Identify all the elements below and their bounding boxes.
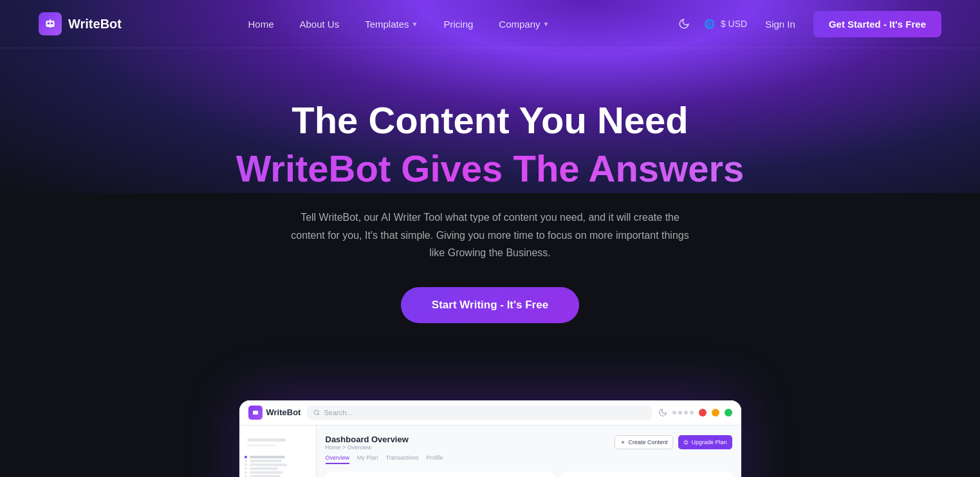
logo-icon [39,12,62,35]
sidebar-nav-item-5[interactable] [239,471,316,474]
dashboard-breadcrumb: Home > Overview [326,444,409,451]
window-controls [658,408,732,417]
dashboard-actions: Create Content Upgrade Plan [615,435,732,449]
sidebar-nav-item-3[interactable] [239,463,316,466]
tab-myplan[interactable]: My Plan [357,454,378,464]
sidebar-skeleton-2 [247,444,276,447]
tab-profile[interactable]: Profile [427,454,443,464]
dashboard-window: WriteBot Search... [239,400,741,477]
dashboard-main: Dashboard Overview Home > Overview Creat… [317,426,741,477]
dashboard-preview: WriteBot Search... [0,400,980,477]
templates-dropdown-arrow: ▼ [412,21,418,28]
tab-overview[interactable]: Overview [326,454,350,464]
search-placeholder-text: Search... [324,409,352,416]
hero-title-line2: WriteBot Gives The Answers [13,146,967,191]
window-logo-icon [248,406,263,420]
currency-display: 🌐 $ USD [703,17,747,31]
nav-about[interactable]: About Us [289,14,349,35]
dashboard-title: Dashboard Overview [326,435,409,444]
window-theme-icon [658,408,667,417]
dot3 [684,411,688,415]
hero-subtitle: Tell WriteBot, our AI Writer Tool what t… [291,209,690,261]
sidebar-nav-item-4[interactable] [239,467,316,470]
svg-rect-0 [46,21,54,27]
create-content-btn[interactable]: Create Content [615,435,673,449]
nav-links: Home About Us Templates ▼ Pricing Compan… [237,14,559,35]
nav-company[interactable]: Company ▼ [488,14,559,35]
window-minimize-dot [712,409,719,416]
dashboard-sidebar [239,426,317,477]
logo-link[interactable]: WriteBot [39,12,122,35]
nav-templates[interactable]: Templates ▼ [355,14,428,35]
hero-title-line1: The Content You Need [13,100,967,141]
get-started-button[interactable]: Get Started - It's Free [813,11,941,37]
main-stats-card [326,472,554,477]
navbar: WriteBot Home About Us Templates ▼ Prici… [0,0,980,48]
sidebar-skeleton-1 [247,438,286,442]
dashboard-content-grid [326,472,732,477]
sidebar-nav-item-2[interactable] [239,460,316,462]
dot2 [678,411,682,415]
svg-rect-4 [50,19,51,21]
stat-card-pink [560,472,732,477]
window-close-dot [699,409,707,416]
window-maximize-dot [725,409,732,416]
window-dot-row [672,411,694,415]
hero-cta-button[interactable]: Start Writing - It's Free [401,287,579,323]
svg-rect-5 [253,411,258,415]
right-cards [560,472,732,477]
flag-icon: 🌐 [703,17,717,31]
svg-point-6 [315,410,319,415]
upgrade-plan-btn[interactable]: Upgrade Plan [678,435,732,449]
dash-header-row: Dashboard Overview Home > Overview Creat… [326,435,732,451]
logo-text: WriteBot [68,17,122,32]
hero-section: The Content You Need WriteBot Gives The … [0,48,980,400]
sidebar-nav-item-1[interactable] [239,456,316,458]
svg-rect-3 [49,26,51,28]
dark-mode-toggle[interactable] [676,15,692,32]
tab-transactions[interactable]: Transactions [386,454,419,464]
dashboard-body: Dashboard Overview Home > Overview Creat… [239,426,741,477]
window-logo: WriteBot [248,406,301,420]
dashboard-tabs: Overview My Plan Transactions Profile [326,454,732,464]
dot4 [690,411,694,415]
nav-pricing[interactable]: Pricing [433,14,483,35]
window-topbar: WriteBot Search... [239,400,741,426]
company-dropdown-arrow: ▼ [543,21,550,28]
dot1 [672,411,676,415]
svg-point-2 [51,23,53,24]
window-search-bar[interactable]: Search... [307,406,651,420]
nav-right: 🌐 $ USD Sign In Get Started - It's Free [676,11,941,37]
svg-point-1 [48,23,50,24]
sign-in-button[interactable]: Sign In [757,14,803,35]
nav-home[interactable]: Home [237,14,284,35]
